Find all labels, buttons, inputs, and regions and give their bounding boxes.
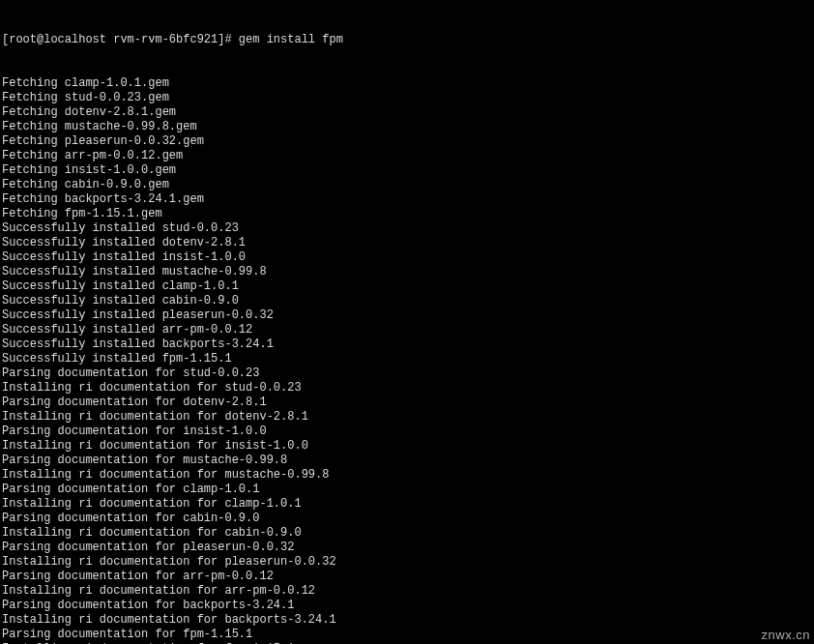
output-line: Parsing documentation for dotenv-2.8.1 bbox=[2, 395, 812, 410]
output-line: Fetching pleaserun-0.0.32.gem bbox=[2, 134, 812, 149]
prompt-line-1: [root@localhost rvm-rvm-6bfc921]# gem in… bbox=[2, 33, 812, 47]
output-line: Successfully installed dotenv-2.8.1 bbox=[2, 236, 812, 250]
output-line: Parsing documentation for clamp-1.0.1 bbox=[2, 483, 812, 497]
output-line: Installing ri documentation for dotenv-2… bbox=[2, 410, 812, 424]
output-line: Fetching dotenv-2.8.1.gem bbox=[2, 105, 812, 120]
output-line: Successfully installed backports-3.24.1 bbox=[2, 337, 812, 352]
output-line: Installing ri documentation for backport… bbox=[2, 613, 812, 628]
output-line: Installing ri documentation for cabin-0.… bbox=[2, 526, 812, 541]
output-line: Parsing documentation for mustache-0.99.… bbox=[2, 454, 812, 468]
terminal-output[interactable]: [root@localhost rvm-rvm-6bfc921]# gem in… bbox=[0, 0, 814, 644]
output-lines-container: Fetching clamp-1.0.1.gemFetching stud-0.… bbox=[2, 76, 812, 644]
output-line: Installing ri documentation for pleaseru… bbox=[2, 555, 812, 570]
output-line: Fetching mustache-0.99.8.gem bbox=[2, 120, 812, 134]
output-line: Fetching fpm-1.15.1.gem bbox=[2, 207, 812, 221]
output-line: Parsing documentation for fpm-1.15.1 bbox=[2, 628, 812, 642]
output-line: Fetching insist-1.0.0.gem bbox=[2, 163, 812, 178]
output-line: Successfully installed mustache-0.99.8 bbox=[2, 265, 812, 279]
output-line: Fetching clamp-1.0.1.gem bbox=[2, 76, 812, 91]
output-line: Successfully installed arr-pm-0.0.12 bbox=[2, 323, 812, 337]
output-line: Fetching backports-3.24.1.gem bbox=[2, 192, 812, 207]
output-line: Fetching cabin-0.9.0.gem bbox=[2, 178, 812, 192]
output-line: Fetching stud-0.0.23.gem bbox=[2, 91, 812, 105]
output-line: Installing ri documentation for insist-1… bbox=[2, 439, 812, 454]
output-line: Parsing documentation for backports-3.24… bbox=[2, 599, 812, 613]
prompt-1-command: gem install fpm bbox=[239, 33, 343, 46]
output-line: Fetching arr-pm-0.0.12.gem bbox=[2, 149, 812, 163]
output-line: Successfully installed stud-0.0.23 bbox=[2, 221, 812, 236]
prompt-1-userhost: [root@localhost rvm-rvm-6bfc921]# bbox=[2, 33, 232, 46]
output-line: Successfully installed cabin-0.9.0 bbox=[2, 294, 812, 308]
output-line: Installing ri documentation for stud-0.0… bbox=[2, 381, 812, 395]
output-line: Installing ri documentation for clamp-1.… bbox=[2, 497, 812, 512]
output-line: Parsing documentation for cabin-0.9.0 bbox=[2, 512, 812, 526]
output-line: Installing ri documentation for mustache… bbox=[2, 468, 812, 483]
output-line: Parsing documentation for stud-0.0.23 bbox=[2, 366, 812, 381]
output-line: Parsing documentation for arr-pm-0.0.12 bbox=[2, 570, 812, 584]
output-line: Parsing documentation for insist-1.0.0 bbox=[2, 424, 812, 439]
output-line: Successfully installed pleaserun-0.0.32 bbox=[2, 308, 812, 323]
output-line: Successfully installed clamp-1.0.1 bbox=[2, 279, 812, 294]
output-line: Successfully installed fpm-1.15.1 bbox=[2, 352, 812, 366]
output-line: Installing ri documentation for arr-pm-0… bbox=[2, 584, 812, 599]
output-line: Parsing documentation for pleaserun-0.0.… bbox=[2, 541, 812, 555]
watermark: znwx.cn bbox=[762, 628, 810, 642]
output-line: Successfully installed insist-1.0.0 bbox=[2, 250, 812, 265]
